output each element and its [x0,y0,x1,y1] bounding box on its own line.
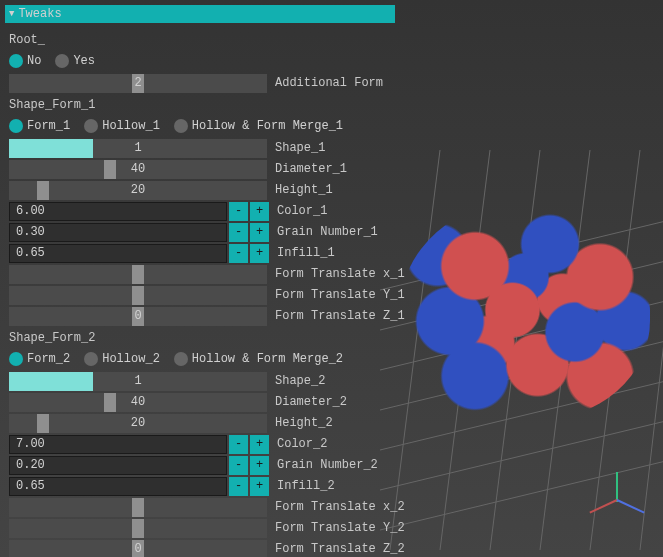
form2-radio-merge[interactable] [174,352,188,366]
color1-label: Color_1 [277,204,327,218]
color1-plus-button[interactable]: + [250,202,269,221]
tz2-slider[interactable]: 0 [9,540,267,558]
form1-radio-hollow-label: Hollow_1 [102,119,160,133]
diameter2-slider[interactable]: 40 [9,393,267,412]
root-no-radio[interactable] [9,54,23,68]
shape1-value: 1 [134,141,141,155]
form1-radio-row: Form_1 Hollow_1 Hollow & Form Merge_1 [9,116,391,136]
form1-radio-form-label: Form_1 [27,119,70,133]
tx2-label: Form Translate x_2 [275,500,405,514]
tx2-slider[interactable] [9,498,267,517]
infill1-label: Infill_1 [277,246,335,260]
form2-radio-hollow[interactable] [84,352,98,366]
color2-label: Color_2 [277,437,327,451]
height1-value: 20 [131,183,145,197]
root-radio-row: No Yes [9,51,391,71]
height2-label: Height_2 [275,416,333,430]
diameter1-label: Diameter_1 [275,162,347,176]
root-heading: Root_ [9,33,391,47]
infill2-minus-button[interactable]: - [229,477,248,496]
infill2-label: Infill_2 [277,479,335,493]
infill1-plus-button[interactable]: + [250,244,269,263]
grain1-input[interactable]: 0.30 [9,223,227,242]
ty1-label: Form Translate Y_1 [275,288,405,302]
form2-heading: Shape_Form_2 [9,331,391,345]
color2-input[interactable]: 7.00 [9,435,227,454]
height1-slider[interactable]: 20 [9,181,267,200]
ty2-label: Form Translate Y_2 [275,521,405,535]
tz1-label: Form Translate Z_1 [275,309,405,323]
grain2-label: Grain Number_2 [277,458,378,472]
tx1-slider[interactable] [9,265,267,284]
color1-minus-button[interactable]: - [229,202,248,221]
panel-header[interactable]: ▼ Tweaks [5,5,395,23]
height2-slider[interactable]: 20 [9,414,267,433]
root-no-label: No [27,54,41,68]
collapse-icon: ▼ [9,9,14,19]
diameter1-value: 40 [131,162,145,176]
panel-title: Tweaks [18,7,61,21]
form2-radio-form[interactable] [9,352,23,366]
form2-radio-row: Form_2 Hollow_2 Hollow & Form Merge_2 [9,349,391,369]
tz1-value: 0 [134,309,141,323]
infill2-input[interactable]: 0.65 [9,477,227,496]
tx1-label: Form Translate x_1 [275,267,405,281]
form1-radio-merge[interactable] [174,119,188,133]
diameter2-value: 40 [131,395,145,409]
shape1-slider[interactable]: 1 [9,139,267,158]
additional-form-label: Additional Form [275,76,383,90]
form1-radio-hollow[interactable] [84,119,98,133]
shape1-label: Shape_1 [275,141,325,155]
grain2-minus-button[interactable]: - [229,456,248,475]
form2-radio-merge-label: Hollow & Form Merge_2 [192,352,343,366]
grain1-label: Grain Number_1 [277,225,378,239]
color1-input[interactable]: 6.00 [9,202,227,221]
ty1-slider[interactable] [9,286,267,305]
diameter1-slider[interactable]: 40 [9,160,267,179]
additional-form-slider[interactable]: 2 [9,74,267,93]
infill1-input[interactable]: 0.65 [9,244,227,263]
axis-gizmo [588,472,648,532]
rendered-object [400,200,650,420]
shape2-slider[interactable]: 1 [9,372,267,391]
color2-plus-button[interactable]: + [250,435,269,454]
height1-label: Height_1 [275,183,333,197]
form1-radio-merge-label: Hollow & Form Merge_1 [192,119,343,133]
grain2-plus-button[interactable]: + [250,456,269,475]
infill2-plus-button[interactable]: + [250,477,269,496]
form1-heading: Shape_Form_1 [9,98,391,112]
tz2-value: 0 [134,542,141,556]
grain1-plus-button[interactable]: + [250,223,269,242]
tz1-slider[interactable]: 0 [9,307,267,326]
root-yes-label: Yes [73,54,95,68]
grain1-minus-button[interactable]: - [229,223,248,242]
tz2-label: Form Translate Z_2 [275,542,405,556]
form2-radio-form-label: Form_2 [27,352,70,366]
ty2-slider[interactable] [9,519,267,538]
root-yes-radio[interactable] [55,54,69,68]
additional-form-value: 2 [134,76,141,90]
shape2-value: 1 [134,374,141,388]
form1-radio-form[interactable] [9,119,23,133]
grain2-input[interactable]: 0.20 [9,456,227,475]
height2-value: 20 [131,416,145,430]
shape2-label: Shape_2 [275,374,325,388]
form2-radio-hollow-label: Hollow_2 [102,352,160,366]
tweaks-panel: ▼ Tweaks Root_ No Yes 2 Additional Form … [5,5,395,557]
infill1-minus-button[interactable]: - [229,244,248,263]
color2-minus-button[interactable]: - [229,435,248,454]
diameter2-label: Diameter_2 [275,395,347,409]
